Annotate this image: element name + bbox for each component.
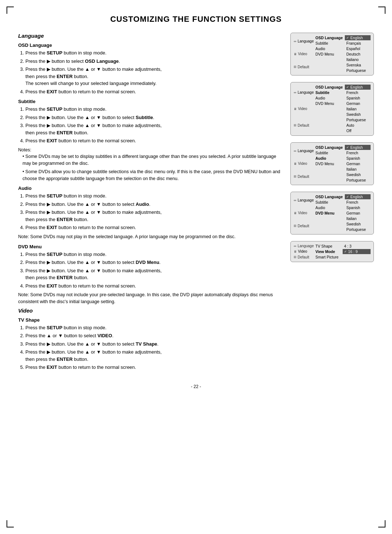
- dvd-menu-note: Note: Some DVDs may not include your pre…: [18, 292, 283, 305]
- language-icon-5: ⇔: [294, 244, 297, 248]
- opt-svenska: Svenska: [345, 62, 371, 68]
- osd-step-2: Press the ▶ button to select OSD Languag…: [25, 58, 283, 65]
- opt-german-2: German: [345, 101, 371, 106]
- audio-step-3: Press the ▶ button. Use the ▲ or ▼ butto…: [25, 209, 283, 223]
- col1-viewmode: View Mode: [314, 249, 342, 254]
- corner-mark-bl: [7, 520, 14, 527]
- opt-portuguese-3: Portuguese: [345, 178, 371, 183]
- corner-mark-tl: [7, 7, 14, 14]
- left-column: Language OSD Language Press the SETUP bu…: [18, 33, 283, 373]
- osd-language-heading: OSD Language: [18, 42, 283, 48]
- opt-swedish-2: Swedish: [345, 112, 371, 117]
- opt-portuguese: Portuguese: [345, 68, 371, 73]
- col1-smartpic: Smart Picture: [314, 254, 342, 260]
- opt-german-4: German: [345, 211, 371, 216]
- sidebar-default-label-3: Default: [298, 175, 309, 179]
- language-section-title: Language: [18, 33, 283, 39]
- tv-step-1: Press the SETUP button in stop mode.: [25, 324, 283, 331]
- opt-italiano: Italiano: [345, 57, 371, 62]
- opt-spanish-2: Spanish: [345, 95, 371, 101]
- dvd-step-3: Press the ▶ button. Use the ▲ or ▼ butto…: [25, 267, 283, 281]
- subtitle-steps: Press the SETUP button in stop mode. Pre…: [25, 106, 283, 144]
- opt-off-2: Off: [345, 128, 371, 133]
- opt-english-1: English: [345, 35, 371, 40]
- sidebar-video-4: 🖥 Video: [294, 211, 313, 215]
- audio-steps: Press the SETUP button in stop mode. Pre…: [25, 192, 283, 231]
- opt-english-2: English: [345, 85, 371, 90]
- corner-mark-tr: [378, 7, 385, 14]
- tv-shape-subsection: TV Shape Press the SETUP button in stop …: [18, 317, 283, 371]
- col1-dvdmenu-4: DVD Menu: [314, 211, 344, 216]
- sidebar-video: 🖥 Video: [294, 52, 313, 56]
- sidebar-video-label-2: Video: [298, 107, 307, 111]
- page-title: CUSTOMIZING THE FUNCTION SETTINGS: [18, 15, 374, 24]
- col1-subtitle-4: Subtitle: [314, 200, 344, 205]
- tv-step-3: Press the ▶ button. Use the ▲ or ▼ butto…: [25, 341, 283, 348]
- opt-french-2: French: [345, 90, 371, 95]
- default-icon-2: ⊞: [294, 123, 297, 127]
- sidebar-language: ⇔ Language: [294, 39, 313, 43]
- page-number: - 22 -: [18, 384, 374, 389]
- sidebar-language-4: ⇔ Language: [294, 198, 313, 202]
- sidebar-default-5: ⊞ Default: [294, 255, 313, 259]
- panel-audio: ⇔ Language 🖥 Video ⊞ Default OSD Languag…: [290, 142, 374, 185]
- opt-16-9: 16 : 9: [343, 249, 371, 254]
- sub-step-2: Press the ▶ button. Use the ▲ or ▼ butto…: [25, 114, 283, 121]
- opt-auto-2: Auto: [345, 123, 371, 128]
- col1-osd-label-3: OSD Language: [314, 145, 344, 150]
- sidebar-video-2: 🖥 Video: [294, 107, 313, 111]
- content-wrapper: Language OSD Language Press the SETUP bu…: [18, 33, 374, 373]
- opt-german-3: German: [345, 161, 371, 166]
- video-icon-5: 🖥: [294, 250, 297, 253]
- video-icon-4: 🖥: [294, 211, 297, 215]
- sidebar-default-label-5: Default: [298, 255, 309, 259]
- sidebar-default-4: ⊞ Default: [294, 224, 313, 228]
- audio-subsection: Audio Press the SETUP button in stop mod…: [18, 186, 283, 240]
- opt-swedish-3: Swedish: [345, 172, 371, 177]
- sidebar-default-3: ⊞ Default: [294, 175, 313, 179]
- sidebar-default-label-4: Default: [298, 224, 309, 228]
- col1-osd-label-2: OSD Language: [314, 85, 344, 90]
- audio-heading: Audio: [18, 186, 283, 191]
- dvd-menu-subsection: DVD Menu Press the SETUP button in stop …: [18, 244, 283, 305]
- col1-audio-2: Audio: [314, 95, 344, 101]
- opt-italian-4: Italian: [345, 216, 371, 221]
- sidebar-default-2: ⊞ Default: [294, 123, 313, 127]
- tv-step-5: Press the EXIT button to return to the n…: [25, 364, 283, 371]
- sidebar-language-5: ⇔ Language: [294, 244, 313, 248]
- panel-dvd-menu: ⇔ Language 🖥 Video ⊞ Default OSD Languag…: [290, 192, 374, 235]
- sidebar-language-label-4: Language: [298, 198, 314, 202]
- dvd-step-4: Press the EXIT button to return to the n…: [25, 282, 283, 290]
- col1-audio-4: Audio: [314, 205, 344, 210]
- sidebar-language-label: Language: [298, 39, 314, 43]
- opt-portuguese-4: Portuguese: [345, 227, 371, 232]
- video-icon-2: 🖥: [294, 107, 297, 111]
- language-icon-2: ⇔: [294, 91, 297, 94]
- opt-french-3: French: [345, 150, 371, 155]
- dvd-menu-heading: DVD Menu: [18, 244, 283, 249]
- default-icon-3: ⊞: [294, 175, 297, 178]
- notes-label: Notes:: [18, 147, 31, 152]
- sidebar-video-label: Video: [298, 52, 307, 56]
- sidebar-video-label-4: Video: [298, 211, 307, 215]
- osd-step-3: Press the ▶ button. Use the ▲ or ▼ butto…: [25, 66, 283, 87]
- subtitle-notes: Notes: Some DVDs may be set to display s…: [18, 147, 283, 182]
- opt-spanish-4: Spanish: [345, 205, 371, 210]
- col1-dvdmenu-2: DVD Menu: [314, 101, 344, 106]
- subtitle-note-2: Some DVDs allow you to change subtitle s…: [18, 168, 283, 182]
- panel-subtitle: ⇔ Language 🖥 Video ⊞ Default OSD Languag…: [290, 82, 374, 136]
- opt-english-4: English: [345, 194, 371, 199]
- sidebar-language-label-3: Language: [298, 149, 314, 153]
- opt-italian-2: Italian: [345, 106, 371, 111]
- sub-step-3: Press the ▶ button. Use the ▲ or ▼ butto…: [25, 122, 283, 136]
- sidebar-default-label: Default: [298, 65, 309, 69]
- col1-osd-label: OSD Language: [314, 35, 344, 40]
- subtitle-subsection: Subtitle Press the SETUP button in stop …: [18, 99, 283, 182]
- col1-osd-label-4: OSD Language: [314, 194, 344, 199]
- opt-espanol: Español: [345, 46, 371, 51]
- sidebar-language-2: ⇔ Language: [294, 90, 313, 94]
- sidebar-video-label-5: Video: [298, 249, 307, 253]
- tv-step-2: Press the ▲ or ▼ button to select VIDEO.: [25, 332, 283, 339]
- language-icon-4: ⇔: [294, 199, 297, 202]
- sidebar-default-label-2: Default: [298, 123, 309, 127]
